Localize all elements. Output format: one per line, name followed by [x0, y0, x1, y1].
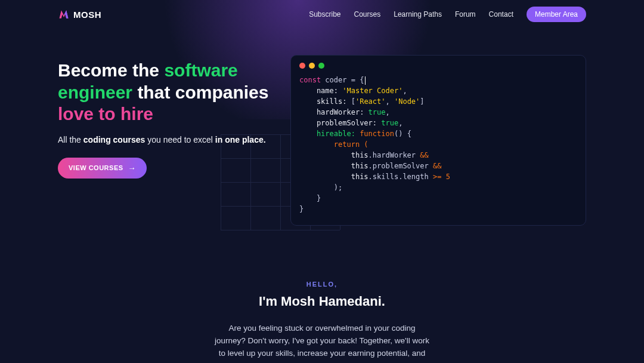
brand-name: MOSH — [73, 10, 101, 20]
intro-section: HELLO, I'm Mosh Hamedani. Are you feelin… — [58, 281, 586, 363]
window-controls — [299, 63, 577, 69]
hero-headline: Become the software engineer that compan… — [58, 60, 273, 125]
view-courses-button[interactable]: VIEW COURSES → — [58, 158, 147, 179]
nav-contact[interactable]: Contact — [489, 10, 513, 19]
nav-courses[interactable]: Courses — [354, 10, 381, 19]
member-area-button[interactable]: Member Area — [527, 7, 586, 22]
brand-logo[interactable]: MOSH — [58, 8, 101, 20]
sub-part: All the — [58, 135, 83, 144]
intro-eyebrow: HELLO, — [58, 281, 586, 288]
hero-subtitle: All the coding courses you need to excel… — [58, 135, 273, 144]
nav-learning-paths[interactable]: Learning Paths — [394, 10, 442, 19]
close-icon — [299, 63, 305, 69]
nav-subscribe[interactable]: Subscribe — [309, 10, 340, 19]
intro-title: I'm Mosh Hamedani. — [58, 294, 586, 309]
maximize-icon — [318, 63, 324, 69]
headline-part: that companies — [132, 82, 268, 102]
hero: Become the software engineer that compan… — [58, 55, 586, 226]
nav-forum[interactable]: Forum — [455, 10, 476, 19]
headline-part: Become the — [58, 60, 164, 80]
sub-bold: in one place. — [215, 135, 266, 144]
intro-body: Are you feeling stuck or overwhelmed in … — [215, 322, 429, 363]
logo-icon — [58, 8, 70, 20]
sub-part: you need to excel — [145, 135, 215, 144]
text-cursor-icon — [365, 76, 366, 85]
minimize-icon — [309, 63, 315, 69]
main-nav: Subscribe Courses Learning Paths Forum C… — [309, 7, 586, 22]
headline-highlight-pink: love to hire — [58, 104, 153, 124]
hero-copy: Become the software engineer that compan… — [58, 55, 273, 179]
code-snippet: const coder = { name: 'Master Coder', sk… — [299, 75, 577, 214]
header: MOSH Subscribe Courses Learning Paths Fo… — [58, 0, 586, 21]
cta-label: VIEW COURSES — [69, 164, 123, 171]
arrow-right-icon: → — [128, 164, 137, 173]
sub-bold: coding courses — [83, 135, 145, 144]
code-window: const coder = { name: 'Master Coder', sk… — [290, 55, 586, 226]
